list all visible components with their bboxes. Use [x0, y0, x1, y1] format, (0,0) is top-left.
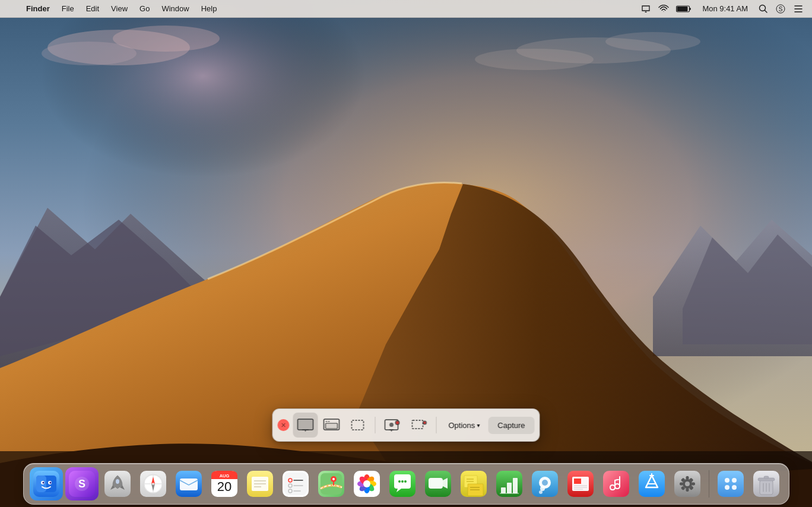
svg-rect-26 [323, 419, 339, 430]
svg-rect-110 [507, 483, 512, 493]
svg-rect-73 [284, 473, 307, 495]
wifi-icon[interactable] [656, 0, 671, 18]
dock-app-siri[interactable]: S [65, 467, 99, 500]
svg-rect-31 [385, 420, 398, 430]
dock-app-news[interactable] [564, 467, 597, 500]
dock-app-launchpad[interactable] [101, 467, 134, 500]
svg-point-38 [423, 421, 427, 425]
svg-rect-120 [574, 479, 581, 484]
battery-icon[interactable] [674, 0, 695, 18]
dock-app-safari[interactable] [137, 467, 170, 500]
dock-app-photos[interactable] [350, 467, 383, 500]
svg-text:S: S [78, 478, 85, 490]
dock-app-finder[interactable] [30, 467, 63, 500]
svg-rect-30 [351, 420, 363, 430]
dock-app-system-preferences[interactable] [671, 467, 704, 500]
dock-app-calendar[interactable]: AUG 20 [208, 467, 241, 500]
svg-point-52 [116, 479, 119, 484]
svg-point-129 [685, 481, 690, 486]
svg-rect-29 [325, 423, 337, 429]
capture-button[interactable]: Capture [488, 417, 534, 434]
svg-point-35 [395, 420, 399, 425]
dock-app-facetime[interactable] [421, 467, 455, 500]
dock-app-numbers[interactable] [493, 467, 526, 500]
svg-rect-132 [680, 483, 683, 486]
svg-point-45 [42, 482, 44, 484]
clock: Mon 9:41 AM [697, 4, 753, 13]
svg-point-5 [42, 42, 137, 65]
record-screen-button[interactable] [380, 413, 405, 438]
svg-point-83 [332, 478, 335, 480]
apple-menu[interactable] [6, 0, 20, 18]
svg-point-46 [49, 482, 51, 484]
svg-point-141 [725, 485, 729, 490]
svg-rect-131 [686, 488, 689, 492]
close-button[interactable] [277, 419, 289, 431]
svg-point-139 [725, 478, 729, 483]
capture-window-button[interactable] [319, 413, 344, 438]
svg-point-96 [401, 480, 404, 483]
control-center-icon[interactable] [791, 0, 806, 18]
menu-edit[interactable]: Edit [80, 0, 105, 18]
dock-app-maps[interactable] [315, 467, 348, 500]
dock-app-notes[interactable] [243, 467, 277, 500]
svg-point-93 [363, 480, 370, 487]
menu-window[interactable]: Window [156, 0, 195, 18]
siri-status-icon[interactable]: S [773, 0, 788, 18]
capture-selection-button[interactable] [345, 413, 370, 438]
svg-text:20: 20 [217, 479, 231, 494]
svg-rect-146 [764, 476, 769, 479]
dock-app-appstore[interactable] [635, 467, 668, 500]
svg-rect-130 [686, 476, 689, 480]
dock-app-music[interactable] [600, 467, 633, 500]
svg-rect-15 [677, 7, 688, 11]
svg-point-116 [539, 490, 543, 494]
svg-rect-23 [297, 419, 313, 430]
svg-rect-133 [692, 483, 695, 486]
svg-rect-28 [328, 421, 329, 422]
svg-point-8 [605, 32, 700, 51]
dock: S [0, 458, 812, 507]
svg-point-115 [540, 486, 545, 491]
search-icon[interactable] [755, 0, 770, 18]
dock-app-downloads[interactable] [714, 467, 747, 500]
dock-app-stickies[interactable] [457, 467, 490, 500]
svg-rect-37 [412, 420, 423, 429]
dock-app-reminders[interactable] [279, 467, 312, 500]
svg-line-17 [765, 11, 767, 13]
svg-rect-99 [429, 478, 443, 489]
airplay-icon[interactable] [638, 0, 654, 18]
capture-entire-screen-button[interactable] [293, 413, 318, 438]
svg-point-142 [732, 485, 737, 490]
svg-point-32 [389, 423, 394, 427]
svg-text:S: S [779, 6, 783, 12]
toolbar-separator-1 [375, 417, 375, 433]
dock-app-messages[interactable] [386, 467, 419, 500]
svg-point-39 [423, 422, 426, 424]
menu-finder[interactable]: Finder [20, 0, 56, 18]
svg-rect-27 [325, 421, 327, 422]
dock-separator [709, 470, 709, 498]
record-selection-button[interactable] [406, 413, 431, 438]
svg-point-97 [404, 480, 407, 483]
menu-help[interactable]: Help [195, 0, 223, 18]
menu-view[interactable]: View [105, 0, 134, 18]
svg-point-117 [542, 480, 548, 486]
options-label: Options [448, 421, 475, 430]
screenshot-toolbar: Options ▾ Capture [272, 408, 540, 442]
svg-point-16 [759, 5, 765, 11]
menu-file[interactable]: File [56, 0, 80, 18]
menubar: Finder File Edit View Go Window Help [0, 0, 812, 18]
svg-text:AUG: AUG [219, 473, 229, 479]
menu-go[interactable]: Go [134, 0, 156, 18]
svg-rect-81 [321, 473, 342, 495]
dock-app-trash[interactable] [750, 467, 783, 500]
dock-app-mail[interactable] [172, 467, 205, 500]
dock-app-ithoughts[interactable] [528, 467, 562, 500]
svg-point-95 [398, 480, 401, 483]
svg-point-140 [732, 478, 737, 483]
toolbar-separator-2 [436, 417, 436, 433]
svg-rect-61 [180, 479, 198, 490]
options-chevron-icon: ▾ [477, 422, 480, 429]
options-button[interactable]: Options ▾ [441, 417, 487, 433]
